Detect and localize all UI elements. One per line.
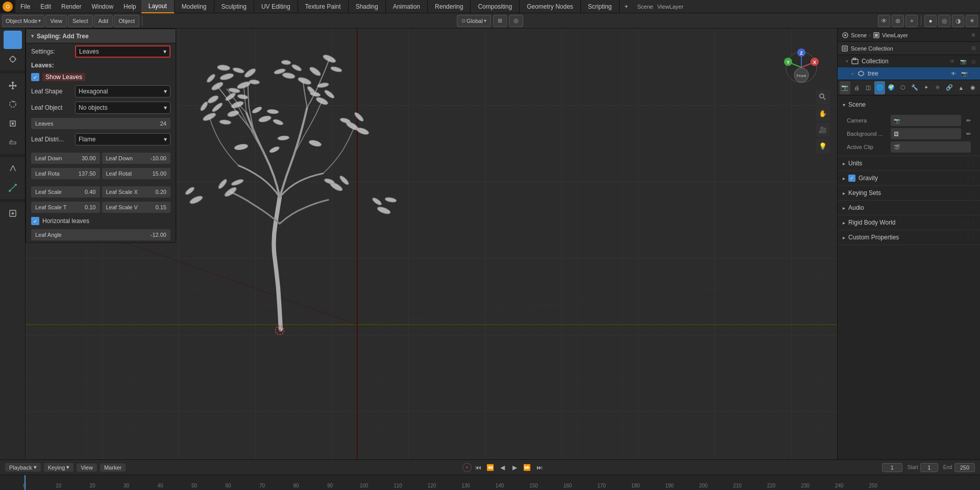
overlay-btn[interactable]: ⊛: [892, 15, 904, 27]
camera-value[interactable]: 📷: [891, 115, 961, 126]
viewlayer-breadcrumb-label[interactable]: ViewLayer: [882, 32, 908, 38]
scene-name[interactable]: Scene: [638, 4, 653, 10]
leaf-shape-dropdown[interactable]: Hexagonal ▾: [75, 85, 170, 97]
rotate-tool-icon[interactable]: [4, 95, 22, 113]
wireframe-btn[interactable]: ◎: [938, 15, 950, 27]
menu-render[interactable]: Render: [56, 0, 86, 13]
tab-rendering[interactable]: Rendering: [428, 0, 471, 13]
settings-dropdown[interactable]: Leaves ▾: [75, 45, 170, 58]
leaf-down-1-field[interactable]: Leaf Down 30.00: [31, 153, 100, 164]
output-props-icon[interactable]: 🖨: [851, 81, 862, 94]
gizmo-btn[interactable]: ⌖: [905, 15, 918, 27]
particles-props-icon[interactable]: ✦: [921, 81, 932, 94]
proportional-editing[interactable]: ◎: [509, 15, 523, 27]
select-menu-btn[interactable]: Select: [68, 15, 93, 27]
add-object-icon[interactable]: [4, 204, 22, 223]
gravity-checkbox[interactable]: ✓: [848, 175, 855, 182]
marker-menu-btn[interactable]: Marker: [100, 463, 126, 472]
render-view-btn[interactable]: ☀: [966, 15, 978, 27]
jump-start-btn[interactable]: ⏮: [473, 462, 484, 473]
audio-section-header[interactable]: ▸ Audio ⋮⋮: [838, 201, 980, 215]
active-clip-value[interactable]: 🎬: [891, 141, 971, 153]
add-menu-btn[interactable]: Add: [94, 15, 113, 27]
viewport-grab-icon[interactable]: ✋: [816, 106, 830, 120]
cursor-tool-icon[interactable]: [4, 50, 22, 68]
tab-layout[interactable]: Layout: [141, 0, 175, 13]
step-back-btn[interactable]: ⏪: [485, 462, 496, 473]
start-frame-field[interactable]: 1: [920, 463, 938, 472]
snap-controls[interactable]: ⊞: [493, 15, 507, 27]
world-props-icon[interactable]: 🌍: [886, 81, 897, 94]
camera-edit-btn[interactable]: ✏: [966, 117, 971, 124]
current-frame-field[interactable]: 1: [882, 463, 902, 472]
physics-props-icon[interactable]: ⚛: [933, 81, 943, 94]
view-menu-btn[interactable]: View: [77, 463, 97, 472]
tab-modeling[interactable]: Modeling: [175, 0, 214, 13]
visibility-btn[interactable]: 👁: [878, 15, 890, 27]
gravity-section-header[interactable]: ▸ ✓ Gravity ⋮⋮: [838, 171, 980, 185]
tab-geometry-nodes[interactable]: Geometry Nodes: [520, 0, 581, 13]
background-value[interactable]: 🖼: [891, 128, 961, 139]
tab-texture-paint[interactable]: Texture Paint: [298, 0, 349, 13]
keying-menu-btn[interactable]: Keying ▾: [44, 463, 74, 472]
viewport-gizmo[interactable]: Z X Y Front: [781, 47, 822, 88]
tab-animation[interactable]: Animation: [386, 0, 428, 13]
play-back-btn[interactable]: ◀: [497, 462, 508, 473]
leaf-scale-1-field[interactable]: Leaf Scale 0.40: [31, 186, 100, 198]
leaf-rota-2-field[interactable]: Leaf Rotat 15.00: [102, 168, 171, 179]
step-forward-btn[interactable]: ⏩: [522, 462, 533, 473]
view-layer-name[interactable]: ViewLayer: [657, 4, 683, 10]
record-btn[interactable]: ●: [462, 463, 472, 472]
leaf-down-2-field[interactable]: Leaf Down -10.00: [102, 153, 171, 164]
tab-uv-editing[interactable]: UV Editing: [254, 0, 298, 13]
tree-visibility-icon[interactable]: 👁: [951, 71, 956, 77]
leaf-scale-x-field[interactable]: Leaf Scale X 0.20: [102, 186, 171, 198]
render-props-icon[interactable]: 📷: [840, 81, 850, 94]
annotate-tool-icon[interactable]: [4, 159, 22, 178]
object-props-icon[interactable]: ⬡: [898, 81, 909, 94]
scale-tool-icon[interactable]: [4, 114, 22, 133]
end-frame-field[interactable]: 250: [954, 463, 975, 472]
pivot-selector[interactable]: ⊙ Global ▾: [457, 15, 491, 27]
keying-sets-header[interactable]: ▸ Keying Sets ⋮⋮: [838, 186, 980, 200]
custom-props-header[interactable]: ▸ Custom Properties ⋮⋮: [838, 230, 980, 244]
modifier-props-icon[interactable]: 🔧: [910, 81, 920, 94]
material-props-icon[interactable]: ◉: [967, 81, 978, 94]
units-section-header[interactable]: ▸ Units ⋮⋮: [838, 156, 980, 170]
move-tool-icon[interactable]: [4, 76, 22, 94]
tab-shading[interactable]: Shading: [349, 0, 386, 13]
close-panel-btn[interactable]: ✕: [971, 32, 976, 39]
view-menu-btn[interactable]: View: [45, 15, 67, 27]
playback-menu-btn[interactable]: Playback ▾: [5, 463, 41, 472]
timeline-ruler[interactable]: 0 10 20 30 40 50 60 70 80 90 100 110 120…: [0, 475, 980, 490]
tab-sculpting[interactable]: Sculpting: [214, 0, 254, 13]
object-menu-btn[interactable]: Object: [114, 15, 139, 27]
leaf-angle-field[interactable]: Leaf Angle -12.00: [31, 229, 170, 240]
scene-props-icon[interactable]: 🌐: [874, 81, 885, 94]
measure-tool-icon[interactable]: [4, 179, 22, 197]
tree-item[interactable]: ▸ tree 👁 📷 ▽: [838, 67, 980, 80]
menu-edit[interactable]: Edit: [35, 0, 56, 13]
leaf-scale-v-field[interactable]: Leaf Scale V 0.15: [102, 202, 171, 213]
play-forward-btn[interactable]: ▶: [509, 462, 521, 473]
leaf-scale-t-field[interactable]: Leaf Scale T 0.10: [31, 202, 100, 213]
collection-render-icon[interactable]: 📷: [960, 59, 966, 64]
viewport-search-icon[interactable]: [816, 90, 830, 104]
tab-compositing[interactable]: Compositing: [471, 0, 520, 13]
viewport-camera-icon[interactable]: 🎥: [816, 122, 830, 137]
show-leaves-checkbox[interactable]: ✓: [31, 73, 39, 81]
menu-help[interactable]: Help: [118, 0, 141, 13]
leaf-rota-1-field[interactable]: Leaf Rota 137.50: [31, 168, 100, 179]
leaf-object-dropdown[interactable]: No objects ▾: [75, 102, 170, 114]
viewport-light-icon[interactable]: 💡: [816, 139, 830, 153]
scene-section-header[interactable]: ▾ Scene: [838, 97, 980, 112]
collection-visibility-icon[interactable]: 👁: [950, 59, 955, 64]
add-workspace-btn[interactable]: +: [620, 0, 633, 13]
tab-scripting[interactable]: Scripting: [581, 0, 620, 13]
leaf-distri-dropdown[interactable]: Flame ▾: [75, 133, 170, 145]
transform-tool-icon[interactable]: [4, 134, 22, 152]
menu-window[interactable]: Window: [86, 0, 118, 13]
view-layer-props-icon[interactable]: ◫: [863, 81, 874, 94]
select-tool-icon[interactable]: [4, 31, 22, 49]
outliner-filter-btn[interactable]: ⊞: [971, 45, 976, 52]
